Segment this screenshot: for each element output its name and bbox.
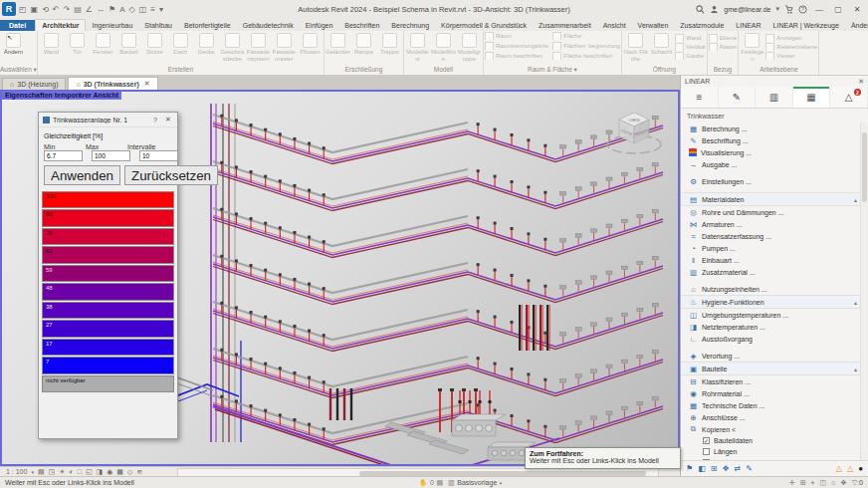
- redo-icon[interactable]: ↷: [64, 5, 71, 14]
- panel-item-bauteile[interactable]: ▣Bauteile▴: [681, 362, 861, 375]
- legend-bar[interactable]: 17: [42, 339, 174, 357]
- ribbon-button-modellgruppe[interactable]: Modellgruppe: [457, 33, 482, 62]
- ribbon-button-modelllinie[interactable]: Modelllinie: [431, 33, 456, 62]
- dialog-help-button[interactable]: ?: [150, 117, 160, 123]
- panel-close-button[interactable]: ✕: [858, 78, 864, 86]
- ribbon-tab-einf-gen[interactable]: Einfügen: [300, 20, 339, 31]
- panel-item-pumpen-[interactable]: ◔Pumpen ...: [681, 242, 861, 254]
- detail-level-icon[interactable]: ▤: [38, 468, 45, 476]
- ribbon-button-treppe[interactable]: Treppe: [377, 33, 402, 56]
- sync-icon[interactable]: ⟲: [42, 5, 49, 14]
- copy-props-icon[interactable]: ❖: [722, 464, 729, 473]
- help-icon[interactable]: ?: [798, 5, 807, 14]
- analytic-model-icon[interactable]: ◇: [127, 468, 132, 476]
- select-set-icon[interactable]: ◧: [698, 464, 706, 473]
- save-icon[interactable]: ▣: [31, 5, 39, 14]
- panel-item-zusatzmaterial-[interactable]: ▥Zusatzmaterial ...: [681, 266, 861, 278]
- select-pinned-icon[interactable]: ◫: [820, 479, 827, 487]
- ribbon-group-label[interactable]: Bezug: [708, 65, 739, 75]
- ribbon-button-viewer[interactable]: Viewer: [765, 52, 817, 60]
- print-icon[interactable]: ▤: [74, 5, 82, 14]
- ribbon-tab-ingenieurbau[interactable]: Ingenieurbau: [86, 20, 138, 31]
- visual-style-icon[interactable]: ◳: [49, 468, 56, 476]
- horizontal-scrollbar-thumb[interactable]: [359, 471, 646, 476]
- view-cube[interactable]: OBEN VORNE RECHTS: [604, 106, 666, 157]
- ribbon-button-festlegen[interactable]: Festlegen: [740, 33, 764, 62]
- ribbon-button-wand[interactable]: Wand: [675, 34, 706, 42]
- close-button[interactable]: ✕: [850, 5, 864, 14]
- ribbon-group-label[interactable]: Raum & Fläche ▾: [484, 65, 621, 75]
- filter-icon[interactable]: ▽:: [852, 479, 859, 487]
- panel-item-einbauart-[interactable]: ‖Einbauart ...: [681, 254, 861, 266]
- ribbon-group-label[interactable]: Modell: [404, 65, 483, 75]
- checkbox-längen[interactable]: Längen: [681, 446, 861, 457]
- checkbox-icon[interactable]: [703, 459, 710, 460]
- ribbon-group-label[interactable]: Arbeitsebene: [739, 65, 818, 75]
- editable-only-icon[interactable]: ✋: [419, 479, 428, 487]
- panel-item-materialdaten[interactable]: ▤Materialdaten▴: [681, 192, 861, 206]
- legend-bar[interactable]: 59: [42, 265, 174, 283]
- checkbox-icon[interactable]: [703, 448, 710, 455]
- ribbon-button-dach[interactable]: Dach: [168, 33, 193, 56]
- legend-bar[interactable]: 69: [42, 246, 174, 264]
- ribbon-button-bauteil[interactable]: Bauteil: [116, 33, 141, 56]
- ribbon-tab-stahlbau[interactable]: Stahlbau: [138, 20, 178, 31]
- panel-item-anschlüsse-[interactable]: ⊕Anschlüsse ...: [681, 411, 861, 423]
- ribbon-button-geschossdecke[interactable]: Geschossdecke: [220, 33, 245, 62]
- ribbon-button-ebene[interactable]: Ebene: [709, 34, 738, 42]
- ribbon-button-modelltext[interactable]: Modelltext: [405, 33, 430, 62]
- ribbon-button-t-r[interactable]: Tür: [65, 33, 90, 56]
- collapse-icon[interactable]: ▴: [854, 366, 857, 372]
- ribbon-button-nach-fl-che[interactable]: Nach Fläche: [623, 33, 648, 62]
- ribbon-button-fl-chen-begrenzung[interactable]: Flächen- begrenzung: [552, 42, 620, 50]
- panel-item-nutzungseinheiten-[interactable]: ⌂Nutzungseinheiten ...: [681, 283, 861, 295]
- collapse-icon[interactable]: ▴: [854, 196, 857, 203]
- legend-bar[interactable]: 90: [42, 209, 174, 227]
- zur-cksetzen-button[interactable]: Zurücksetzen: [124, 165, 218, 185]
- intervalle-input[interactable]: [139, 150, 178, 161]
- select-links-icon[interactable]: ⌖: [811, 479, 815, 487]
- ribbon-tab-ansicht[interactable]: Ansicht: [597, 20, 632, 31]
- text-icon[interactable]: A: [119, 5, 124, 14]
- license-warning-icon[interactable]: △: [836, 464, 842, 473]
- temporary-view-properties-icon[interactable]: ▦: [116, 468, 123, 476]
- ribbon-button-wand[interactable]: Wand: [39, 33, 64, 56]
- ribbon-tab-linear[interactable]: LINEAR: [730, 20, 766, 31]
- panel-scrollbar-thumb[interactable]: [862, 132, 867, 202]
- panel-item-umgebungstemperaturen-[interactable]: ◫Umgebungstemperaturen ...: [681, 309, 861, 321]
- view-tab-close-icon[interactable]: ✕: [144, 80, 150, 88]
- ribbon-button-gel-nder[interactable]: Geländer: [326, 33, 350, 56]
- legend-bar[interactable]: 38: [42, 302, 174, 320]
- panel-item-ausstoßvorgang[interactable]: ∟Ausstoßvorgang: [681, 333, 861, 345]
- panel-item-beschriftung-[interactable]: ✎Beschriftung ...: [681, 134, 861, 146]
- sun-path-icon[interactable]: ☀: [59, 468, 65, 476]
- thin-lines-icon[interactable]: ≡: [150, 5, 155, 14]
- scale-caret-icon[interactable]: ▾: [31, 469, 34, 475]
- panel-tab-menu-icon[interactable]: ≡: [681, 87, 719, 108]
- panel-item-klassifizieren-[interactable]: ⊟Klassifizieren ...: [681, 375, 861, 387]
- panel-item-rohrmaterial-[interactable]: ◉Rohrmaterial ...: [681, 387, 861, 399]
- crop-region-icon[interactable]: ◱: [86, 468, 93, 476]
- ribbon-group-label[interactable]: Öffnung: [622, 65, 707, 75]
- dialog-title-bar[interactable]: Trinkwasseranlage Nr. 1 ? ✕: [39, 113, 177, 127]
- search-icon[interactable]: [696, 5, 705, 14]
- view-tab-3d-heizung-[interactable]: ⌂3D (Heizung): [2, 78, 66, 90]
- info-icon[interactable]: ●: [858, 464, 863, 473]
- ribbon-tab-zusatzmodule[interactable]: Zusatzmodule: [674, 20, 730, 31]
- panel-item-rohre-und-dämmungen-[interactable]: ◎Rohre und Dämmungen ...: [681, 206, 861, 218]
- ribbon-tab-linear-werkzeuge[interactable]: LINEAR | Werkzeuge: [767, 20, 845, 31]
- panel-tab-calculator-icon[interactable]: ▦: [793, 87, 831, 108]
- ribbon-button-raster[interactable]: Raster: [709, 43, 738, 51]
- anwenden-button[interactable]: Anwenden: [44, 165, 120, 185]
- ribbon-tab-geb-udetechnik[interactable]: Gebäudetechnik: [237, 20, 300, 31]
- customize-icon[interactable]: ▾: [159, 5, 163, 14]
- panel-item-technische-daten-[interactable]: ▦Technische Daten ...: [681, 399, 861, 411]
- section-icon[interactable]: ◫: [139, 5, 147, 14]
- ribbon-group-label[interactable]: Auswählen ▾: [0, 65, 37, 75]
- transfer-icon[interactable]: ⇄: [735, 464, 742, 473]
- legend-bar[interactable]: nicht verfügbar: [42, 375, 174, 393]
- panel-item-hygiene-funktionen[interactable]: ♨Hygiene-Funktionen▴: [681, 295, 861, 309]
- min-input[interactable]: [44, 150, 83, 161]
- ribbon-button-referenzebene[interactable]: Referenzebene: [765, 43, 817, 51]
- template-selector[interactable]: Basisvorlage: [457, 479, 497, 486]
